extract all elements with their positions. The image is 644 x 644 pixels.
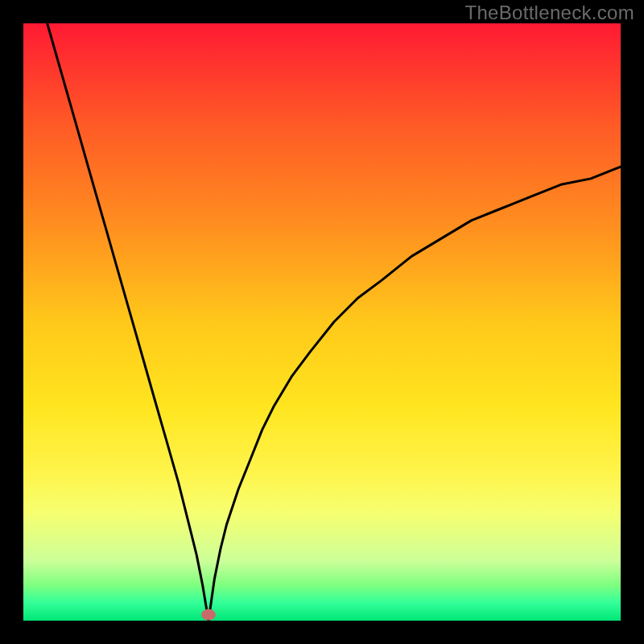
watermark-text: TheBottleneck.com bbox=[464, 2, 634, 24]
optimum-marker-icon bbox=[201, 609, 216, 621]
bottleneck-chart bbox=[23, 23, 621, 621]
chart-frame: TheBottleneck.com bbox=[0, 0, 644, 644]
plot-background bbox=[23, 23, 621, 621]
